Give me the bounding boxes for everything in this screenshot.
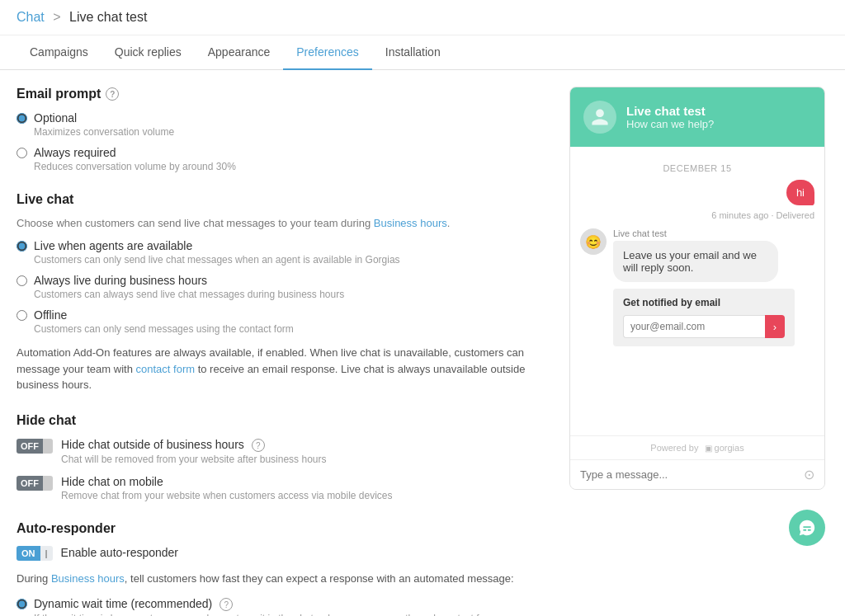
chat-preview: Live chat test How can we help? DECEMBER… bbox=[569, 87, 825, 490]
email-prompt-section: Email prompt ? Optional Maximizes conver… bbox=[17, 87, 545, 172]
auto-responder-toggle[interactable]: ON | bbox=[17, 546, 53, 561]
agent-name: Live chat test bbox=[613, 228, 778, 238]
hide-on-mobile-row: OFF Hide chat on mobile Remove chat from… bbox=[17, 475, 545, 501]
chat-powered: Powered by ▣ gorgias bbox=[570, 435, 824, 459]
offline-desc: Customers can only send messages using t… bbox=[34, 323, 294, 335]
dynamic-wait-desc: If the wait time is long, customers can … bbox=[34, 613, 496, 616]
dynamic-wait-option[interactable]: Dynamic wait time (recommended) ? If the… bbox=[17, 597, 545, 617]
hide-outside-hours-desc: Chat will be removed from your website a… bbox=[61, 454, 326, 465]
tab-preferences[interactable]: Preferences bbox=[283, 35, 371, 70]
chat-header-text: Live chat test How can we help? bbox=[626, 104, 714, 130]
always-live-label: Always live during business hours bbox=[34, 274, 344, 287]
chat-preview-header: Live chat test How can we help? bbox=[570, 87, 824, 147]
email-prompt-required-label: Always required bbox=[34, 146, 236, 159]
email-prompt-optional-label: Optional bbox=[34, 111, 174, 125]
chat-body: DECEMBER 15 hi 6 minutes ago · Delivered… bbox=[570, 147, 824, 435]
chat-avatar bbox=[583, 101, 616, 134]
email-prompt-optional-desc: Maximizes conversation volume bbox=[34, 126, 174, 138]
hide-outside-hours-toggle[interactable]: OFF bbox=[17, 439, 53, 454]
hide-outside-hours-label: Hide chat outside of business hours ? bbox=[61, 438, 326, 453]
auto-responder-section: Auto-responder ON | Enable auto-responde… bbox=[17, 521, 545, 616]
main-content: Email prompt ? Optional Maximizes conver… bbox=[17, 87, 545, 616]
live-chat-title: Live chat bbox=[17, 192, 545, 207]
agent-bubble: Leave us your email and we will reply so… bbox=[613, 241, 778, 282]
dynamic-wait-info-icon[interactable]: ? bbox=[220, 598, 233, 611]
email-capture-submit[interactable]: › bbox=[765, 315, 785, 338]
email-capture-input[interactable] bbox=[623, 315, 765, 338]
tab-campaigns[interactable]: Campaigns bbox=[17, 35, 101, 70]
email-prompt-optional-radio[interactable] bbox=[17, 113, 27, 124]
user-bubble: hi bbox=[786, 180, 814, 205]
agent-avatar: 😊 bbox=[580, 228, 607, 255]
chat-preview-name: Live chat test bbox=[626, 104, 714, 118]
auto-responder-title: Auto-responder bbox=[17, 521, 545, 536]
preview-panel: Live chat test How can we help? DECEMBER… bbox=[569, 87, 825, 616]
offline-label: Offline bbox=[34, 308, 294, 322]
business-hours-link[interactable]: Business hours bbox=[374, 217, 447, 229]
user-bubble-row: hi bbox=[580, 180, 814, 205]
chat-input-area[interactable]: ⊙ bbox=[570, 459, 824, 489]
hide-on-mobile-toggle[interactable]: OFF bbox=[17, 476, 53, 491]
email-capture-box: Get notified by email › bbox=[613, 289, 795, 346]
hide-on-mobile-label: Hide chat on mobile bbox=[61, 475, 393, 488]
email-capture-title: Get notified by email bbox=[623, 297, 785, 308]
email-prompt-title: Email prompt ? bbox=[17, 87, 545, 101]
breadcrumb-chat[interactable]: Chat bbox=[17, 10, 45, 24]
page-header: Chat > Live chat test Campaigns Quick re… bbox=[0, 0, 845, 70]
offline-radio[interactable] bbox=[17, 310, 27, 321]
auto-responder-label: Enable auto-responder bbox=[61, 546, 178, 559]
breadcrumb-separator: > bbox=[53, 10, 60, 24]
tab-quick-replies[interactable]: Quick replies bbox=[101, 35, 195, 70]
bubble-meta: 6 minutes ago · Delivered bbox=[580, 210, 814, 220]
always-live-desc: Customers can always send live chat mess… bbox=[34, 289, 344, 300]
auto-responder-toggle-row: ON | Enable auto-responder bbox=[17, 546, 545, 561]
hide-outside-hours-info-icon[interactable]: ? bbox=[252, 439, 265, 452]
hide-outside-hours-row: OFF Hide chat outside of business hours … bbox=[17, 438, 545, 466]
live-when-agents-desc: Customers can only send live chat messag… bbox=[34, 254, 400, 266]
avatar-icon bbox=[590, 107, 610, 127]
live-when-agents-radio[interactable] bbox=[17, 241, 27, 252]
dynamic-wait-radio[interactable] bbox=[17, 599, 27, 609]
camera-icon[interactable]: ⊙ bbox=[804, 467, 814, 482]
hide-chat-title: Hide chat bbox=[17, 413, 545, 428]
email-prompt-required-desc: Reduces conversation volume by around 30… bbox=[34, 161, 236, 172]
email-prompt-required-radio[interactable] bbox=[17, 148, 27, 158]
nav-tabs: Campaigns Quick replies Appearance Prefe… bbox=[0, 35, 845, 70]
hide-on-mobile-desc: Remove chat from your website when custo… bbox=[61, 490, 393, 501]
always-live-option[interactable]: Always live during business hours Custom… bbox=[17, 274, 545, 300]
agent-bubble-content: Live chat test Leave us your email and w… bbox=[613, 228, 778, 282]
breadcrumb: Chat > Live chat test bbox=[17, 10, 828, 25]
live-when-agents-option[interactable]: Live when agents are available Customers… bbox=[17, 239, 545, 266]
agent-bubble-row: 😊 Live chat test Leave us your email and… bbox=[580, 228, 814, 282]
chat-date: DECEMBER 15 bbox=[580, 163, 814, 173]
live-chat-subtitle: Choose when customers can send live chat… bbox=[17, 217, 545, 229]
automation-note: Automation Add-On features are always av… bbox=[17, 345, 545, 393]
live-chat-section: Live chat Choose when customers can send… bbox=[17, 192, 545, 393]
auto-responder-during-note: During Business hours, tell customers ho… bbox=[17, 571, 545, 587]
email-prompt-info-icon[interactable]: ? bbox=[106, 87, 119, 101]
chat-fab-button[interactable] bbox=[789, 510, 825, 546]
hide-chat-section: Hide chat OFF Hide chat outside of busin… bbox=[17, 413, 545, 502]
email-input-row[interactable]: › bbox=[623, 315, 785, 338]
dynamic-wait-label: Dynamic wait time (recommended) ? bbox=[34, 597, 496, 612]
tab-installation[interactable]: Installation bbox=[372, 35, 454, 70]
chat-fab-icon bbox=[798, 519, 816, 537]
auto-responder-business-hours-link[interactable]: Business hours bbox=[51, 572, 125, 585]
tab-appearance[interactable]: Appearance bbox=[195, 35, 284, 70]
live-when-agents-label: Live when agents are available bbox=[34, 239, 400, 252]
always-live-radio[interactable] bbox=[17, 275, 27, 286]
chat-preview-tagline: How can we help? bbox=[626, 118, 714, 130]
breadcrumb-current: Live chat test bbox=[69, 10, 147, 24]
email-prompt-required[interactable]: Always required Reduces conversation vol… bbox=[17, 146, 545, 172]
contact-form-link[interactable]: contact form bbox=[136, 363, 196, 375]
offline-option[interactable]: Offline Customers can only send messages… bbox=[17, 308, 545, 335]
chat-message-input[interactable] bbox=[580, 468, 797, 481]
email-prompt-optional[interactable]: Optional Maximizes conversation volume bbox=[17, 111, 545, 138]
